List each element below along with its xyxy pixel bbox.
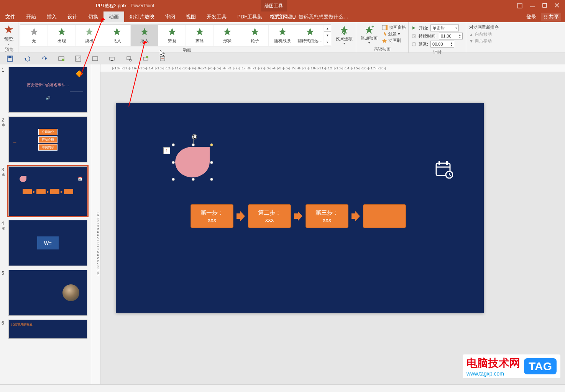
slide-editor: 10 9 8 7 6 5 4 3 2 1 0 1 2 3 4 5 6 7 8 9…	[91, 64, 565, 384]
thumbnail-1[interactable]: 🔶 历史记录中的著名事件… ————— 🔊	[8, 67, 87, 113]
svg-rect-31	[8, 56, 11, 58]
effect-options-button[interactable]: 效果选项 ▾	[333, 24, 356, 46]
resize-handle[interactable]	[210, 161, 213, 164]
tab-animation[interactable]: 动画	[103, 11, 124, 22]
animation-painter-button[interactable]: 动画刷	[382, 38, 406, 43]
doc-name: PPT教程2.pptx	[96, 3, 126, 8]
resize-handle[interactable]	[172, 143, 175, 146]
qat-icon-1[interactable]	[58, 56, 64, 62]
minimize-icon[interactable]	[530, 3, 535, 8]
thumbnail-5[interactable]	[8, 270, 87, 316]
tab-view[interactable]: 视图	[181, 11, 201, 22]
delay-input[interactable]: 00.00▴▾	[430, 41, 454, 48]
qat-icon-6[interactable]	[143, 56, 149, 62]
gallery-up-icon[interactable]: ▴	[324, 25, 331, 32]
thumbnail-3[interactable]: 📅 ▶ ▶ ▶	[8, 166, 87, 216]
duration-label: 持续时间:	[419, 33, 437, 39]
delay-label: 延迟:	[419, 41, 428, 47]
calendar-icon[interactable]	[435, 160, 453, 179]
step-box-4[interactable]	[363, 204, 406, 228]
svg-marker-12	[141, 28, 148, 35]
thumb-number: 6	[2, 320, 4, 326]
preview-button[interactable]: 预览 ▾	[0, 24, 18, 46]
share-icon	[543, 15, 548, 19]
tab-home[interactable]: 开始	[21, 11, 41, 22]
arrow-icon	[351, 211, 360, 221]
slide-canvas[interactable]: ↻ 1	[116, 103, 484, 313]
resize-handle[interactable]	[192, 143, 195, 146]
anim-wipe[interactable]: 擦除	[186, 25, 214, 46]
svg-rect-40	[127, 57, 131, 60]
tab-insert[interactable]: 插入	[41, 11, 62, 22]
thumb-number: 4	[2, 221, 4, 226]
selected-shape[interactable]: ↻ 1	[173, 145, 212, 179]
tab-developer[interactable]: 开发工具	[201, 11, 232, 22]
thumb-number: 3	[2, 167, 4, 172]
undo-icon[interactable]	[24, 56, 31, 62]
add-animation-button[interactable]: + 添加动画 ▾	[358, 25, 380, 44]
svg-rect-39	[111, 60, 113, 61]
adjust-handle[interactable]	[210, 143, 213, 146]
tab-transition[interactable]: 切换	[83, 11, 103, 22]
maximize-icon[interactable]	[542, 3, 547, 8]
tell-me-search[interactable]: 告诉我您想要做什么…	[291, 13, 348, 20]
gallery-down-icon[interactable]: ▾	[324, 32, 331, 39]
anim-none[interactable]: 无	[20, 25, 48, 46]
svg-marker-50	[294, 211, 302, 221]
thumbnail-2[interactable]: ← 公司简介 产品介绍 举例内容	[8, 116, 87, 162]
trigger-button[interactable]: 触发 ▾	[382, 31, 406, 37]
resize-handle[interactable]	[210, 178, 213, 181]
tab-review[interactable]: 审阅	[160, 11, 181, 22]
step-box-3[interactable]: 第三步：xxx	[305, 204, 348, 228]
tab-pdf[interactable]: PDF工具集	[232, 11, 268, 22]
qat-icon-4[interactable]	[109, 56, 115, 62]
save-icon[interactable]	[7, 56, 13, 62]
resize-handle[interactable]	[172, 161, 175, 164]
tab-format[interactable]: 格式	[264, 11, 285, 22]
resize-handle[interactable]	[192, 178, 195, 181]
qat-icon-2[interactable]	[75, 56, 81, 62]
anim-random[interactable]: 随机线条	[269, 25, 296, 46]
close-icon[interactable]	[555, 3, 559, 8]
qat-icon-7[interactable]	[159, 56, 166, 62]
gallery-more-icon[interactable]: ⊻	[324, 39, 331, 46]
gallery-scroll: ▴ ▾ ⊻	[324, 25, 331, 46]
svg-rect-1	[518, 6, 521, 6]
login-link[interactable]: 登录	[526, 13, 536, 20]
svg-rect-24	[386, 25, 388, 30]
resize-handle[interactable]	[172, 178, 175, 181]
svg-point-4	[292, 15, 296, 18]
rotation-handle[interactable]: ↻	[192, 134, 197, 139]
tab-file[interactable]: 文件	[0, 11, 21, 22]
qat-icon-5[interactable]	[126, 56, 132, 62]
duration-input[interactable]: 01.00▴▾	[439, 33, 463, 39]
animation-pane-button[interactable]: 动画窗格	[382, 25, 406, 30]
anim-appear[interactable]: 出现	[48, 25, 76, 46]
anim-flip[interactable]: 翻转式由远…	[296, 25, 324, 46]
preview-group-label: 预览	[0, 46, 18, 53]
anim-wheel[interactable]: 轮子	[241, 25, 269, 46]
anim-fade[interactable]: 淡出	[76, 25, 103, 46]
animation-order-tag[interactable]: 1	[163, 147, 170, 154]
start-dropdown[interactable]: 单击时▾	[430, 25, 459, 31]
anim-flyin[interactable]: 飞入	[103, 25, 131, 46]
teardrop-shape[interactable]	[175, 147, 210, 177]
thumbnail-6[interactable]: 此处填片的标题	[8, 320, 87, 339]
qat-icon-3[interactable]	[92, 56, 98, 62]
thumbnail-4[interactable]: W≡	[8, 220, 87, 266]
svg-marker-18	[306, 28, 314, 35]
step-box-1[interactable]: 第一步：xxx	[191, 204, 233, 228]
tab-slideshow[interactable]: 幻灯片放映	[124, 11, 160, 22]
anim-shape[interactable]: 形状	[214, 25, 241, 46]
redo-icon[interactable]	[41, 56, 48, 62]
animation-gallery[interactable]: 无 出现 淡出 飞入 浮入 劈裂 擦除 形状 轮子 随机线条 翻转式由远… ▴ …	[20, 25, 331, 46]
share-button[interactable]: 共享	[541, 13, 561, 21]
move-earlier-button[interactable]: ▲ 向前移动	[469, 31, 499, 37]
anim-floatin[interactable]: 浮入	[131, 25, 158, 46]
move-later-button[interactable]: ▼ 向后移动	[469, 38, 499, 44]
ribbon-options-icon[interactable]	[517, 3, 522, 8]
step-box-2[interactable]: 第二步：xxx	[248, 204, 291, 228]
anim-split[interactable]: 劈裂	[158, 25, 186, 46]
tab-design[interactable]: 设计	[62, 11, 83, 22]
svg-marker-26	[382, 39, 387, 43]
